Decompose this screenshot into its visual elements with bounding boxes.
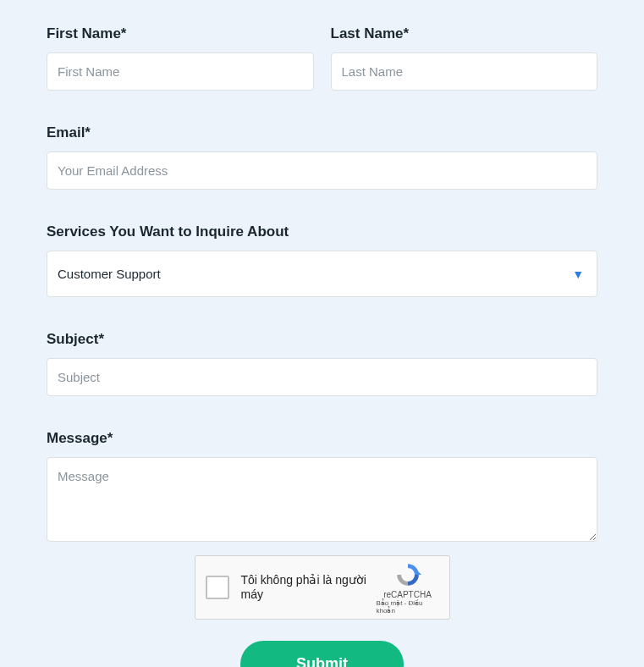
recaptcha-icon — [394, 561, 421, 588]
recaptcha-container: Tôi không phải là người máy reCAPTCHA Bả… — [47, 555, 597, 620]
email-group: Email* — [47, 124, 597, 190]
message-group: Message* — [47, 430, 597, 545]
first-name-input[interactable] — [47, 52, 314, 91]
services-select[interactable]: Customer Support — [47, 251, 597, 297]
message-label: Message* — [47, 430, 597, 447]
recaptcha-links: Bảo mật - Điều khoản — [377, 599, 439, 615]
recaptcha-logo-area: reCAPTCHA Bảo mật - Điều khoản — [377, 561, 439, 615]
services-group: Services You Want to Inquire About Custo… — [47, 223, 597, 297]
message-textarea[interactable] — [47, 457, 597, 542]
last-name-label: Last Name* — [331, 25, 598, 42]
first-name-label: First Name* — [47, 25, 314, 42]
recaptcha-brand: reCAPTCHA — [383, 590, 432, 599]
email-input[interactable] — [47, 152, 597, 190]
submit-button[interactable]: Submit — [240, 641, 404, 667]
subject-group: Subject* — [47, 331, 597, 396]
contact-form: First Name* Last Name* Email* Services Y… — [47, 25, 597, 667]
services-select-wrapper: Customer Support ▼ — [47, 251, 597, 297]
recaptcha-text: Tôi không phải là người máy — [241, 573, 377, 603]
subject-label: Subject* — [47, 331, 597, 348]
recaptcha-checkbox[interactable] — [206, 576, 229, 599]
email-label: Email* — [47, 124, 597, 141]
recaptcha-box: Tôi không phải là người máy reCAPTCHA Bả… — [195, 555, 450, 620]
last-name-group: Last Name* — [331, 25, 598, 91]
submit-container: Submit — [47, 641, 597, 667]
services-label: Services You Want to Inquire About — [47, 223, 597, 240]
first-name-group: First Name* — [47, 25, 314, 91]
subject-input[interactable] — [47, 358, 597, 396]
last-name-input[interactable] — [331, 52, 598, 91]
